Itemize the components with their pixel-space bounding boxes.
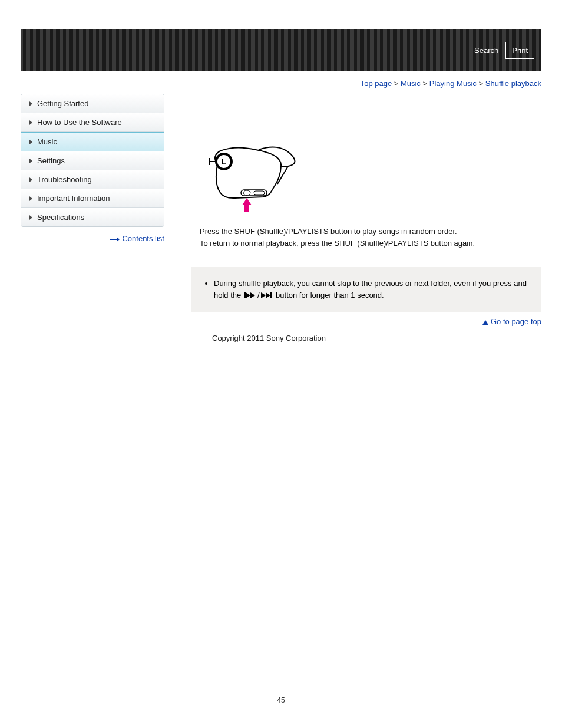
sidebar-item-getting-started[interactable]: Getting Started	[21, 94, 164, 113]
go-to-top-row: Go to page top	[191, 317, 541, 326]
main-content: L Press the SHUF (Shuffle)/PLAYLISTS but…	[164, 94, 541, 328]
instruction-line-1: Press the SHUF (Shuffle)/PLAYLISTS butto…	[200, 226, 541, 238]
sidebar-item-music[interactable]: Music	[21, 132, 164, 151]
note-box: During shuffle playback, you cannot skip…	[191, 267, 541, 312]
contents-list-row: Contents list	[21, 234, 164, 243]
breadcrumb-sep: >	[392, 79, 401, 88]
left-earbud-label: L	[222, 157, 227, 166]
sidebar-item-label: Specifications	[37, 213, 84, 222]
pointer-arrow-icon	[242, 198, 252, 212]
sidebar-item-label: Music	[37, 137, 57, 146]
sidebar-item-label: Troubleshooting	[37, 175, 92, 184]
sidebar-item-specifications[interactable]: Specifications	[21, 208, 164, 226]
svg-rect-5	[254, 191, 265, 195]
divider	[191, 126, 541, 126]
search-link[interactable]: Search	[474, 46, 498, 55]
caret-right-icon	[29, 215, 32, 220]
svg-point-6	[243, 190, 250, 195]
caret-right-icon	[29, 140, 32, 144]
instruction-line-2: To return to normal playback, press the …	[200, 238, 541, 249]
note-text-suffix: button for longer than 1 second.	[274, 291, 384, 299]
svg-marker-1	[117, 237, 120, 242]
next-track-icon	[261, 290, 273, 302]
copyright-text: Copyright 2011 Sony Corporation	[212, 334, 541, 342]
sidebar-item-label: How to Use the Software	[37, 118, 122, 127]
sidebar-item-label: Settings	[37, 156, 65, 165]
breadcrumb-link-music[interactable]: Music	[401, 79, 421, 88]
arrow-right-icon	[110, 235, 120, 243]
svg-marker-7	[242, 198, 252, 212]
breadcrumb-sep: >	[421, 79, 429, 88]
breadcrumb-sep: >	[477, 79, 485, 88]
page-number: 45	[0, 360, 562, 704]
svg-marker-12	[266, 292, 270, 298]
sidebar-item-label: Important Information	[37, 194, 110, 203]
contents-list-link[interactable]: Contents list	[122, 234, 164, 243]
prev-track-icon	[244, 290, 256, 302]
device-illustration: L	[200, 144, 541, 215]
sidebar-item-label: Getting Started	[37, 99, 88, 108]
slash-separator: /	[257, 291, 260, 299]
sidebar-item-how-to-use-software[interactable]: How to Use the Software	[21, 113, 164, 132]
svg-marker-9	[246, 292, 250, 298]
caret-right-icon	[29, 177, 32, 182]
sidebar-nav: Getting Started How to Use the Software …	[21, 94, 164, 227]
breadcrumb-current[interactable]: Shuffle playback	[485, 79, 541, 88]
sidebar-item-troubleshooting[interactable]: Troubleshooting	[21, 170, 164, 189]
svg-rect-13	[270, 292, 272, 298]
breadcrumb-link-top[interactable]: Top page	[361, 79, 392, 88]
svg-marker-10	[250, 292, 255, 298]
caret-right-icon	[29, 196, 32, 201]
breadcrumb-link-playing-music[interactable]: Playing Music	[429, 79, 477, 88]
footer-divider	[21, 330, 541, 330]
sidebar-item-important-information[interactable]: Important Information	[21, 189, 164, 208]
caret-right-icon	[29, 120, 32, 125]
caret-right-icon	[29, 101, 32, 106]
note-item: During shuffle playback, you cannot skip…	[214, 278, 530, 302]
up-triangle-icon	[482, 320, 488, 325]
header-bar: Search Print	[21, 29, 541, 71]
breadcrumb: Top page > Music > Playing Music > Shuff…	[21, 79, 541, 88]
go-to-page-top-link[interactable]: Go to page top	[491, 317, 541, 326]
svg-rect-8	[244, 292, 246, 298]
print-button[interactable]: Print	[505, 42, 534, 59]
sidebar-item-settings[interactable]: Settings	[21, 151, 164, 170]
caret-right-icon	[29, 159, 32, 163]
svg-marker-11	[261, 292, 266, 298]
